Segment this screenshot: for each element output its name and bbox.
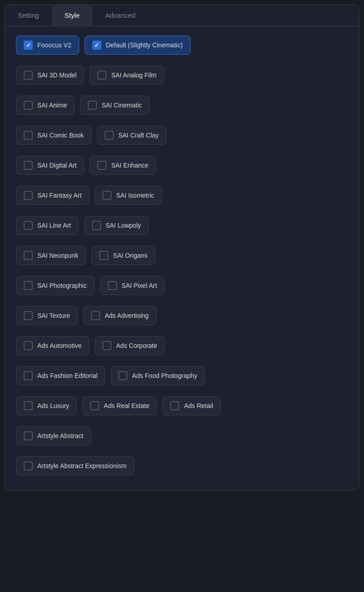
checkbox-ads-automotive — [24, 341, 33, 350]
label-sai-photographic: SAI Photographic — [37, 282, 87, 289]
style-item-sai-digital-art[interactable]: SAI Digital Art — [16, 156, 84, 175]
label-default-cinematic: Default (Slightly Cinematic) — [106, 41, 183, 49]
style-row: SAI AnimeSAI Cinematic — [16, 96, 348, 115]
checkbox-sai-isometric — [102, 191, 111, 200]
tab-advanced[interactable]: Advanced — [92, 5, 148, 26]
style-item-sai-lowpoly[interactable]: SAI Lowpoly — [84, 216, 149, 235]
style-item-ads-automotive[interactable]: Ads Automotive — [16, 336, 89, 355]
style-item-artstyle-abstract[interactable]: Artstyle Abstract — [16, 426, 91, 445]
tab-bar: Setting Style Advanced — [5, 5, 359, 26]
style-item-sai-line-art[interactable]: SAI Line Art — [16, 216, 79, 235]
label-sai-cinematic: SAI Cinematic — [101, 102, 142, 109]
checkbox-ads-food-photography — [118, 371, 127, 380]
label-sai-3d-model: SAI 3D Model — [37, 71, 76, 79]
checkbox-ads-fashion-editorial — [24, 371, 33, 380]
checkbox-sai-digital-art — [24, 161, 33, 170]
label-sai-origami: SAI Origami — [113, 252, 147, 259]
style-row: SAI PhotographicSAI Pixel Art — [16, 276, 348, 295]
style-row: SAI TextureAds Advertising — [16, 306, 348, 325]
style-row: Ads LuxuryAds Real EstateAds Retail — [16, 396, 348, 415]
style-row: SAI 3D ModelSAI Analog Film — [16, 66, 348, 85]
checkbox-ads-real-estate — [90, 401, 99, 410]
style-item-sai-3d-model[interactable]: SAI 3D Model — [16, 66, 84, 85]
style-row: SAI Fantasy ArtSAI Isometric — [16, 186, 348, 205]
style-item-sai-isometric[interactable]: SAI Isometric — [95, 186, 162, 205]
style-row: Artstyle Abstract Expressionism — [16, 456, 348, 475]
style-row: Ads AutomotiveAds Corporate — [16, 336, 348, 355]
tab-style[interactable]: Style — [52, 5, 92, 26]
checkbox-sai-lowpoly — [92, 221, 101, 230]
checkbox-ads-advertising — [91, 311, 100, 320]
style-item-sai-fantasy-art[interactable]: SAI Fantasy Art — [16, 186, 89, 205]
style-item-ads-advertising[interactable]: Ads Advertising — [83, 306, 157, 325]
label-ads-luxury: Ads Luxury — [37, 402, 69, 409]
style-item-sai-texture[interactable]: SAI Texture — [16, 306, 78, 325]
checkbox-sai-anime — [24, 101, 33, 110]
style-row: SAI NeonpunkSAI Origami — [16, 246, 348, 265]
style-item-ads-retail[interactable]: Ads Retail — [162, 396, 221, 415]
style-row: Fooocus V2Default (Slightly Cinematic) — [16, 36, 348, 55]
style-item-fooocus-v2[interactable]: Fooocus V2 — [16, 36, 79, 55]
style-row: SAI Comic BookSAI Craft Clay — [16, 126, 348, 145]
checkbox-ads-corporate — [102, 341, 111, 350]
style-item-sai-anime[interactable]: SAI Anime — [16, 96, 75, 115]
style-item-sai-comic-book[interactable]: SAI Comic Book — [16, 126, 91, 145]
style-item-sai-analog-film[interactable]: SAI Analog Film — [90, 66, 164, 85]
style-item-sai-origami[interactable]: SAI Origami — [91, 246, 155, 265]
checkbox-sai-cinematic — [88, 101, 97, 110]
style-item-sai-pixel-art[interactable]: SAI Pixel Art — [100, 276, 165, 295]
style-item-sai-craft-clay[interactable]: SAI Craft Clay — [97, 126, 167, 145]
checkbox-ads-retail — [170, 401, 179, 410]
label-sai-isometric: SAI Isometric — [116, 192, 154, 199]
label-sai-digital-art: SAI Digital Art — [37, 162, 76, 169]
label-sai-enhance: SAI Enhance — [111, 162, 148, 169]
label-sai-neonpunk: SAI Neonpunk — [37, 252, 78, 259]
style-items-grid: Fooocus V2Default (Slightly Cinematic)SA… — [16, 36, 348, 481]
checkbox-sai-origami — [99, 251, 108, 260]
label-sai-comic-book: SAI Comic Book — [37, 132, 84, 139]
checkbox-sai-line-art — [24, 221, 33, 230]
checkbox-fooocus-v2 — [24, 41, 33, 50]
label-sai-lowpoly: SAI Lowpoly — [106, 222, 141, 229]
style-item-ads-fashion-editorial[interactable]: Ads Fashion Editorial — [16, 366, 105, 385]
label-ads-retail: Ads Retail — [184, 402, 213, 409]
style-item-sai-cinematic[interactable]: SAI Cinematic — [80, 96, 150, 115]
label-sai-anime: SAI Anime — [37, 102, 67, 109]
checkbox-ads-luxury — [24, 401, 33, 410]
style-item-sai-enhance[interactable]: SAI Enhance — [90, 156, 156, 175]
label-ads-real-estate: Ads Real Estate — [104, 402, 149, 409]
label-ads-advertising: Ads Advertising — [105, 312, 149, 319]
label-sai-pixel-art: SAI Pixel Art — [121, 282, 157, 289]
tab-setting[interactable]: Setting — [5, 5, 52, 26]
checkbox-sai-neonpunk — [24, 251, 33, 260]
checkbox-sai-fantasy-art — [24, 191, 33, 200]
checkbox-sai-craft-clay — [105, 131, 114, 140]
style-item-sai-photographic[interactable]: SAI Photographic — [16, 276, 95, 295]
label-sai-line-art: SAI Line Art — [37, 222, 71, 229]
checkbox-sai-photographic — [24, 281, 33, 290]
style-row: Artstyle Abstract — [16, 426, 348, 445]
style-row: Ads Fashion EditorialAds Food Photograph… — [16, 366, 348, 385]
style-item-ads-corporate[interactable]: Ads Corporate — [95, 336, 165, 355]
label-ads-automotive: Ads Automotive — [37, 342, 81, 349]
style-item-ads-food-photography[interactable]: Ads Food Photography — [111, 366, 205, 385]
checkbox-sai-comic-book — [24, 131, 33, 140]
label-sai-texture: SAI Texture — [37, 312, 70, 319]
checkbox-sai-3d-model — [24, 71, 33, 80]
label-sai-craft-clay: SAI Craft Clay — [118, 132, 159, 139]
checkbox-artstyle-abstract — [24, 431, 33, 440]
style-item-artstyle-abstract-expressionism[interactable]: Artstyle Abstract Expressionism — [16, 456, 134, 475]
main-container: Setting Style Advanced Fooocus V2Default… — [5, 5, 359, 490]
style-row: SAI Digital ArtSAI Enhance — [16, 156, 348, 175]
label-ads-food-photography: Ads Food Photography — [132, 372, 197, 379]
style-content: Fooocus V2Default (Slightly Cinematic)SA… — [5, 26, 359, 490]
style-item-default-cinematic[interactable]: Default (Slightly Cinematic) — [85, 36, 191, 55]
label-fooocus-v2: Fooocus V2 — [37, 41, 71, 49]
style-item-ads-real-estate[interactable]: Ads Real Estate — [82, 396, 157, 415]
label-artstyle-abstract: Artstyle Abstract — [37, 432, 83, 439]
style-row: SAI Line ArtSAI Lowpoly — [16, 216, 348, 235]
style-item-sai-neonpunk[interactable]: SAI Neonpunk — [16, 246, 86, 265]
label-ads-fashion-editorial: Ads Fashion Editorial — [37, 372, 97, 379]
checkbox-default-cinematic — [92, 41, 101, 50]
style-item-ads-luxury[interactable]: Ads Luxury — [16, 396, 77, 415]
